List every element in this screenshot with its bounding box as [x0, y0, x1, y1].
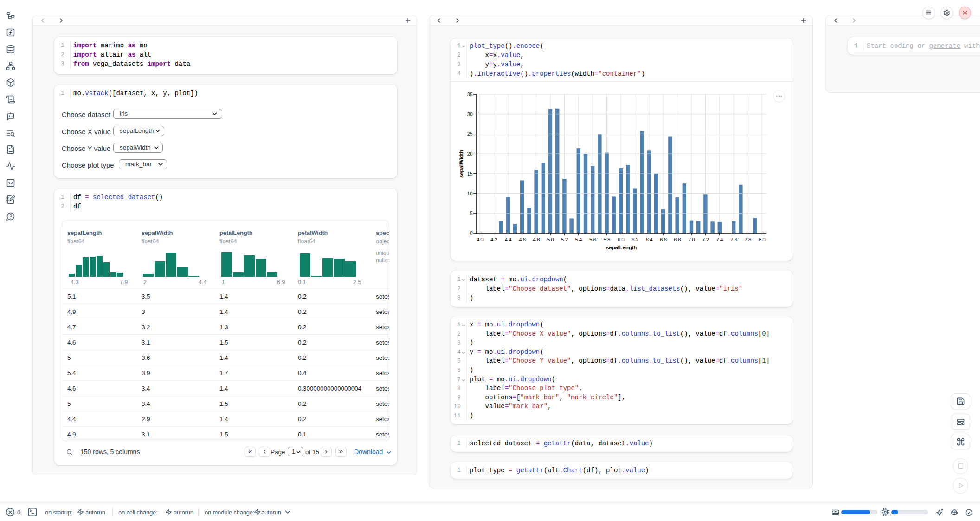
svg-text:sepalLength: sepalLength: [606, 244, 637, 251]
svg-text:6.0: 6.0: [618, 236, 625, 243]
svg-text:6.2: 6.2: [632, 236, 638, 243]
svg-text:4.2: 4.2: [490, 236, 497, 243]
svg-text:7.0: 7.0: [688, 236, 696, 243]
svg-text:5.2: 5.2: [561, 236, 568, 243]
svg-text:5.0: 5.0: [547, 236, 554, 243]
svg-text:25: 25: [467, 131, 472, 137]
svg-text:8.0: 8.0: [759, 236, 766, 243]
svg-text:7.8: 7.8: [744, 236, 752, 243]
svg-text:4.0: 4.0: [477, 236, 484, 243]
svg-text:sepalWidth: sepalWidth: [458, 150, 464, 178]
svg-text:7.4: 7.4: [716, 236, 723, 243]
svg-text:6.8: 6.8: [674, 236, 681, 243]
svg-text:35: 35: [467, 91, 472, 97]
svg-text:10: 10: [467, 191, 472, 196]
svg-text:7.6: 7.6: [730, 236, 738, 243]
svg-text:30: 30: [467, 111, 472, 117]
svg-text:15: 15: [467, 171, 472, 176]
svg-text:5.6: 5.6: [589, 236, 597, 243]
svg-text:6.6: 6.6: [660, 236, 667, 243]
svg-text:4.4: 4.4: [504, 236, 512, 243]
svg-text:0: 0: [470, 230, 472, 236]
svg-text:4.6: 4.6: [519, 236, 526, 243]
svg-text:5: 5: [470, 210, 472, 216]
svg-text:5.4: 5.4: [575, 236, 582, 243]
svg-text:4.8: 4.8: [533, 236, 540, 243]
svg-text:20: 20: [467, 151, 472, 156]
svg-text:5.8: 5.8: [603, 236, 611, 243]
svg-text:6.4: 6.4: [645, 236, 653, 243]
svg-text:7.2: 7.2: [702, 236, 709, 243]
